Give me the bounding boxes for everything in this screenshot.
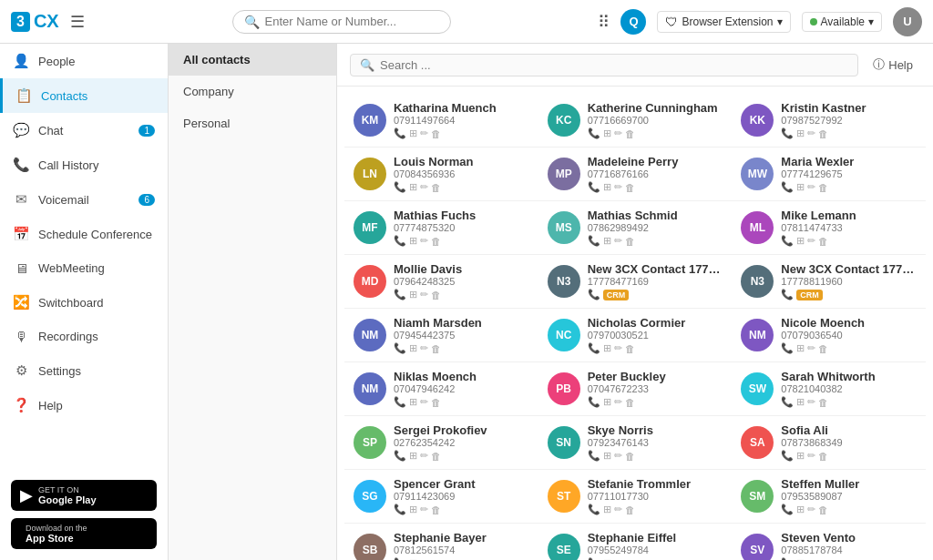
call-icon[interactable]: 📞	[588, 450, 600, 462]
edit-icon[interactable]: ✏	[614, 450, 622, 462]
transfer-icon[interactable]: ⊞	[409, 127, 417, 139]
app-store-badge[interactable]: Download on the App Store	[11, 518, 157, 549]
delete-icon[interactable]: 🗑	[431, 397, 441, 408]
transfer-icon[interactable]: ⊞	[409, 235, 417, 247]
transfer-icon[interactable]: ⊞	[603, 396, 611, 408]
edit-icon[interactable]: ✏	[420, 127, 428, 139]
edit-icon[interactable]: ✏	[614, 181, 622, 193]
call-icon[interactable]: 📞	[394, 289, 406, 300]
edit-icon[interactable]: ✏	[807, 450, 815, 462]
delete-icon[interactable]: 🗑	[625, 451, 635, 462]
edit-icon[interactable]: ✏	[807, 342, 815, 354]
edit-icon[interactable]: ✏	[614, 127, 622, 139]
panel-item-personal[interactable]: Personal	[169, 107, 336, 139]
transfer-icon[interactable]: ⊞	[409, 181, 417, 193]
call-icon[interactable]: 📞	[781, 504, 794, 515]
delete-icon[interactable]: 🗑	[431, 236, 441, 247]
avatar[interactable]: U	[893, 7, 922, 36]
delete-icon[interactable]: 🗑	[818, 504, 828, 515]
delete-icon[interactable]: 🗑	[818, 451, 828, 462]
sidebar-item-recordings[interactable]: 🎙 Recordings	[0, 320, 168, 353]
delete-icon[interactable]: 🗑	[818, 397, 828, 408]
call-icon[interactable]: 📞	[781, 289, 794, 300]
call-icon[interactable]: 📞	[781, 127, 794, 139]
delete-icon[interactable]: 🗑	[818, 236, 828, 247]
delete-icon[interactable]: 🗑	[431, 128, 441, 139]
edit-icon[interactable]: ✏	[807, 127, 815, 139]
contacts-search-input[interactable]	[380, 58, 848, 72]
transfer-icon[interactable]: ⊞	[409, 342, 417, 354]
call-icon[interactable]: 📞	[588, 181, 600, 193]
delete-icon[interactable]: 🗑	[431, 451, 441, 462]
sidebar-item-switchboard[interactable]: 🔀 Switchboard	[0, 285, 168, 320]
transfer-icon[interactable]: ⊞	[796, 127, 805, 139]
edit-icon[interactable]: ✏	[420, 450, 428, 462]
call-icon[interactable]: 📞	[588, 235, 600, 247]
call-icon[interactable]: 📞	[588, 504, 600, 515]
edit-icon[interactable]: ✏	[807, 504, 815, 515]
edit-icon[interactable]: ✏	[807, 181, 815, 193]
help-btn[interactable]: ⓘ Help	[866, 53, 920, 76]
hamburger-icon[interactable]: ☰	[70, 12, 85, 32]
edit-icon[interactable]: ✏	[420, 504, 428, 515]
delete-icon[interactable]: 🗑	[625, 397, 635, 408]
transfer-icon[interactable]: ⊞	[796, 181, 805, 193]
grid-icon[interactable]: ⠿	[598, 12, 610, 32]
available-btn[interactable]: Available ▾	[802, 12, 882, 32]
delete-icon[interactable]: 🗑	[818, 182, 828, 193]
call-icon[interactable]: 📞	[781, 235, 794, 247]
delete-icon[interactable]: 🗑	[625, 128, 635, 139]
edit-icon[interactable]: ✏	[807, 235, 815, 247]
transfer-icon[interactable]: ⊞	[603, 504, 611, 515]
top-search-bar[interactable]: 🔍	[232, 10, 451, 34]
transfer-icon[interactable]: ⊞	[409, 396, 417, 408]
call-icon[interactable]: 📞	[781, 342, 794, 354]
call-icon[interactable]: 📞	[394, 450, 406, 462]
sidebar-item-help[interactable]: ❓ Help	[0, 388, 168, 423]
call-icon[interactable]: 📞	[394, 504, 406, 515]
call-icon[interactable]: 📞	[394, 235, 406, 247]
delete-icon[interactable]: 🗑	[625, 182, 635, 193]
sidebar-item-schedule-conference[interactable]: 📅 Schedule Conference	[0, 217, 168, 251]
call-icon[interactable]: 📞	[781, 396, 794, 408]
call-icon[interactable]: 📞	[588, 396, 600, 408]
browser-extension-btn[interactable]: 🛡 Browser Extension ▾	[657, 11, 790, 33]
sidebar-item-chat[interactable]: 💬 Chat 1	[0, 113, 168, 148]
call-icon[interactable]: 📞	[588, 342, 600, 354]
edit-icon[interactable]: ✏	[614, 396, 622, 408]
edit-icon[interactable]: ✏	[614, 504, 622, 515]
call-icon[interactable]: 📞	[394, 127, 406, 139]
contacts-search-bar[interactable]: 🔍	[350, 54, 858, 76]
call-icon[interactable]: 📞	[588, 289, 600, 300]
transfer-icon[interactable]: ⊞	[603, 181, 611, 193]
panel-item-company[interactable]: Company	[169, 76, 336, 107]
sidebar-item-people[interactable]: 👤 People	[0, 44, 168, 78]
edit-icon[interactable]: ✏	[807, 396, 815, 408]
edit-icon[interactable]: ✏	[420, 181, 428, 193]
call-icon[interactable]: 📞	[781, 450, 794, 462]
transfer-icon[interactable]: ⊞	[796, 342, 805, 354]
sidebar-item-voicemail[interactable]: ✉ Voicemail 6	[0, 182, 168, 217]
call-icon[interactable]: 📞	[394, 396, 406, 408]
transfer-icon[interactable]: ⊞	[409, 504, 417, 515]
edit-icon[interactable]: ✏	[614, 342, 622, 354]
edit-icon[interactable]: ✏	[614, 235, 622, 247]
panel-item-all-contacts[interactable]: All contacts	[169, 44, 336, 76]
delete-icon[interactable]: 🗑	[625, 236, 635, 247]
delete-icon[interactable]: 🗑	[431, 343, 441, 354]
delete-icon[interactable]: 🗑	[625, 343, 635, 354]
delete-icon[interactable]: 🗑	[625, 504, 635, 515]
edit-icon[interactable]: ✏	[420, 235, 428, 247]
transfer-icon[interactable]: ⊞	[603, 127, 611, 139]
transfer-icon[interactable]: ⊞	[796, 504, 805, 515]
edit-icon[interactable]: ✏	[420, 289, 428, 300]
transfer-icon[interactable]: ⊞	[409, 450, 417, 462]
sidebar-item-call-history[interactable]: 📞 Call History	[0, 148, 168, 182]
transfer-icon[interactable]: ⊞	[603, 342, 611, 354]
delete-icon[interactable]: 🗑	[431, 504, 441, 515]
call-icon[interactable]: 📞	[588, 127, 600, 139]
edit-icon[interactable]: ✏	[420, 396, 428, 408]
queue-icon[interactable]: Q	[620, 9, 646, 35]
sidebar-item-settings[interactable]: ⚙ Settings	[0, 353, 168, 388]
call-icon[interactable]: 📞	[781, 181, 794, 193]
